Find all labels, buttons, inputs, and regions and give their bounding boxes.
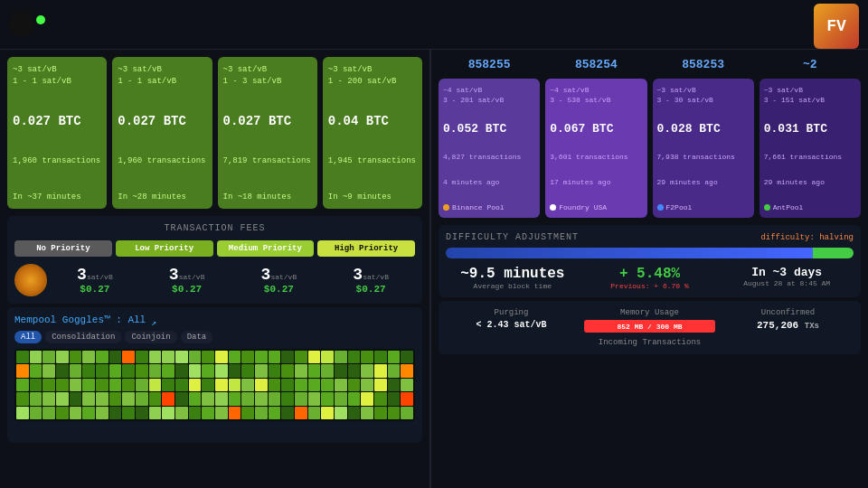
mined-fee-2: ~4 sat/vB 3 - 538 sat/vB xyxy=(550,85,642,105)
fee-values-row: 3sat/vB $0.27 3sat/vB $0.27 3sat/vB $0.2… xyxy=(14,264,415,296)
pending-block-1[interactable]: ~3 sat/vB 1 - 1 sat/vB 0.027 BTC 1,960 t… xyxy=(7,57,107,209)
difficulty-progress-bar xyxy=(446,248,854,258)
fee-usd-1: $0.27 xyxy=(143,284,231,295)
pool-dot-4 xyxy=(764,204,770,211)
mined-btc-3: 0.028 BTC xyxy=(657,122,750,136)
no-priority-button[interactable]: No Priority xyxy=(14,240,112,257)
high-priority-button[interactable]: High Priority xyxy=(317,240,415,257)
left-panel: ~3 sat/vB 1 - 1 sat/vB 0.027 BTC 1,960 t… xyxy=(0,50,429,488)
tx-count-1: 1,960 transactions xyxy=(13,156,101,165)
fee-sat-3: 3 xyxy=(353,266,363,284)
block-time-stat: ~9.5 minutes Average block time xyxy=(446,266,580,290)
fee-unit-0: sat/vB xyxy=(87,273,113,281)
block-numbers-row: 858255 858254 858253 ~2 xyxy=(431,50,868,77)
fee-range-4: ~3 sat/vB 1 - 200 sat/vB xyxy=(328,64,417,87)
fee-usd-0: $0.27 xyxy=(51,284,139,295)
pending-block-2[interactable]: ~3 sat/vB 1 - 1 sat/vB 0.027 BTC 1,960 t… xyxy=(112,57,212,209)
mined-blocks-row: ~4 sat/vB 3 - 201 sat/vB 0.052 BTC 4,827… xyxy=(431,77,868,221)
pool-dot-1 xyxy=(443,204,449,211)
panel-divider xyxy=(429,50,431,488)
block-num-4[interactable]: ~2 xyxy=(760,58,861,71)
mined-block-3[interactable]: ~3 sat/vB 3 - 30 sat/vB 0.028 BTC 7,938 … xyxy=(653,79,754,218)
mined-btc-4: 0.031 BTC xyxy=(764,122,856,136)
mined-fee-3: ~3 sat/vB 3 - 30 sat/vB xyxy=(657,85,750,105)
fee-range-2: ~3 sat/vB 1 - 1 sat/vB xyxy=(118,64,206,87)
pending-blocks-row: ~3 sat/vB 1 - 1 sat/vB 0.027 BTC 1,960 t… xyxy=(0,50,429,212)
mined-tx-2: 3,601 transactions xyxy=(550,153,642,161)
block-num-2[interactable]: 858254 xyxy=(545,58,646,71)
fee-high-priority-value: 3sat/vB $0.27 xyxy=(326,266,415,295)
btc-amount-2: 0.027 BTC xyxy=(118,114,206,128)
difficulty-title: DIFFICULTY ADJUSTMENT xyxy=(446,232,579,242)
top-bar: FV xyxy=(0,0,868,50)
fee-range-1: ~3 sat/vB 1 - 1 sat/vB xyxy=(13,64,101,87)
mempool-goggles-section: Mempool Goggles™ : All ↗ All Consolidati… xyxy=(7,307,422,443)
change-stat: + 5.48% Previous: + 6.70 % xyxy=(583,266,717,290)
mined-block-4[interactable]: ~3 sat/vB 3 - 151 sat/vB 0.031 BTC 7,661… xyxy=(760,79,861,218)
filter-consolidation-button[interactable]: Consolidation xyxy=(45,331,121,343)
mined-tx-3: 7,938 transactions xyxy=(657,153,750,161)
mempool-filter-buttons: All Consolidation Coinjoin Data xyxy=(14,331,415,343)
pending-block-4[interactable]: ~3 sat/vB 1 - 200 sat/vB 0.04 BTC 1,945 … xyxy=(323,57,422,209)
block-num-3[interactable]: 858253 xyxy=(653,58,754,71)
pending-block-3[interactable]: ~3 sat/vB 1 - 3 sat/vB 0.027 BTC 7,819 t… xyxy=(218,57,317,209)
fee-sat-2: 3 xyxy=(261,266,271,284)
time-1: In ~37 minutes xyxy=(13,192,101,202)
bitcoin-icon xyxy=(14,264,47,296)
btc-amount-4: 0.04 BTC xyxy=(328,114,417,128)
purging-value: < 2.43 sat/vB xyxy=(446,320,577,330)
change-label: Previous: + 6.70 % xyxy=(583,282,717,290)
difficulty-bar-blue xyxy=(446,248,813,258)
external-link-icon[interactable]: ↗ xyxy=(151,317,156,328)
btc-amount-1: 0.027 BTC xyxy=(13,114,101,128)
fee-sat-0: 3 xyxy=(77,266,87,284)
btc-amount-3: 0.027 BTC xyxy=(223,114,312,128)
tx-count-2: 1,960 transactions xyxy=(118,156,206,165)
mempool-visualization xyxy=(14,349,415,421)
low-priority-button[interactable]: Low Priority xyxy=(116,240,213,257)
difficulty-stats: ~9.5 minutes Average block time + 5.48% … xyxy=(446,266,854,290)
memory-bar: 852 MB / 300 MB xyxy=(584,320,715,333)
fee-range-3: ~3 sat/vB 1 - 3 sat/vB xyxy=(223,64,312,87)
difficulty-section: DIFFICULTY ADJUSTMENT difficulty: halvin… xyxy=(439,225,861,297)
memory-stat: Memory Usage 852 MB / 300 MB xyxy=(584,308,715,333)
time-3: In ~18 minutes xyxy=(223,192,312,202)
mempool-stats-section: Purging < 2.43 sat/vB Memory Usage 852 M… xyxy=(439,301,861,354)
mempool-stats-grid: Purging < 2.43 sat/vB Memory Usage 852 M… xyxy=(446,308,854,333)
medium-priority-button[interactable]: Medium Priority xyxy=(217,240,315,257)
filter-data-button[interactable]: Data xyxy=(181,331,213,343)
difficulty-subtitle: difficulty: halving xyxy=(760,233,854,242)
mined-time-1: 4 minutes ago xyxy=(443,178,535,186)
transaction-fees-section: TRANSACTION FEES No Priority Low Priorit… xyxy=(7,216,422,304)
logo: FV xyxy=(814,4,859,49)
unconfirmed-value: 275,206 TXs xyxy=(722,320,854,331)
mined-time-4: 29 minutes ago xyxy=(764,178,856,186)
mined-block-1[interactable]: ~4 sat/vB 3 - 201 sat/vB 0.052 BTC 4,827… xyxy=(439,79,540,218)
mined-block-2[interactable]: ~4 sat/vB 3 - 538 sat/vB 0.067 BTC 3,601… xyxy=(545,79,646,218)
mined-fee-4: ~3 sat/vB 3 - 151 sat/vB xyxy=(764,85,856,105)
mined-tx-1: 4,827 transactions xyxy=(443,153,535,161)
unconfirmed-stat: Unconfirmed 275,206 TXs xyxy=(722,308,854,333)
incoming-label: Incoming Transactions xyxy=(446,338,854,347)
block-num-1[interactable]: 858255 xyxy=(439,58,540,71)
time-4: In ~9 minutes xyxy=(328,192,417,202)
avatar[interactable] xyxy=(9,11,34,36)
mined-time-2: 17 minutes ago xyxy=(550,178,642,186)
pool-name-1: Binance Pool xyxy=(443,203,535,211)
mempool-goggles-title: Mempool Goggles™ : All xyxy=(14,314,146,325)
filter-coinjoin-button[interactable]: Coinjoin xyxy=(125,331,176,343)
memory-label: Memory Usage xyxy=(584,308,715,317)
tx-fees-title: TRANSACTION FEES xyxy=(14,223,415,233)
eta-label: August 28 at 8:45 AM xyxy=(720,279,854,287)
right-panel: 858255 858254 858253 ~2 ~4 sat/vB 3 - 20… xyxy=(431,50,868,488)
purging-stat: Purging < 2.43 sat/vB xyxy=(446,308,577,333)
mined-fee-1: ~4 sat/vB 3 - 201 sat/vB xyxy=(443,85,535,105)
block-time-label: Average block time xyxy=(446,282,580,290)
unconfirmed-label: Unconfirmed xyxy=(722,308,854,317)
filter-all-button[interactable]: All xyxy=(14,331,42,343)
difficulty-bar-green xyxy=(813,248,854,258)
time-2: In ~28 minutes xyxy=(118,192,206,202)
pool-name-4: AntPool xyxy=(764,203,856,211)
change-value: + 5.48% xyxy=(583,266,717,282)
mined-time-3: 29 minutes ago xyxy=(657,178,750,186)
